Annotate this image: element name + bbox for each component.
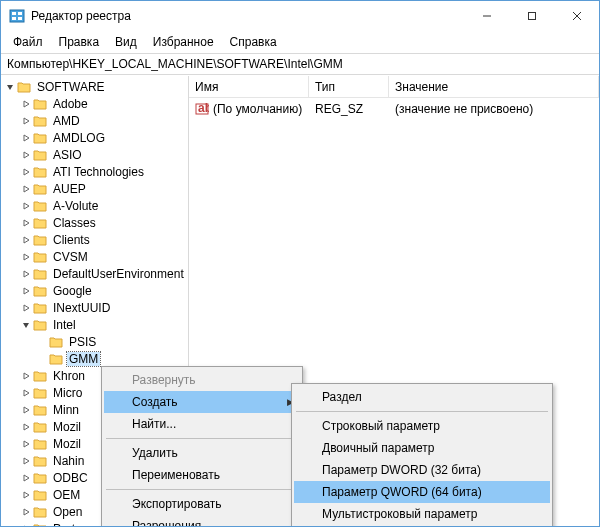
expand-icon[interactable] — [19, 505, 33, 519]
tree-label: GMM — [67, 352, 100, 366]
sub-qword[interactable]: Параметр QWORD (64 бита) — [294, 481, 550, 503]
expand-icon[interactable] — [19, 267, 33, 281]
ctx-create[interactable]: Создать▶ — [104, 391, 300, 413]
tree-item[interactable]: CVSM — [3, 248, 188, 265]
svg-rect-1 — [12, 12, 16, 15]
menu-edit[interactable]: Правка — [51, 33, 108, 51]
sub-multistring[interactable]: Мультистроковый параметр — [294, 503, 550, 525]
expand-icon[interactable] — [19, 165, 33, 179]
folder-icon — [33, 131, 47, 145]
expand-icon[interactable] — [19, 369, 33, 383]
tree-label: A-Volute — [51, 199, 100, 213]
svg-text:ab: ab — [198, 102, 209, 115]
close-button[interactable] — [554, 1, 599, 31]
expand-icon[interactable] — [19, 522, 33, 527]
content-area: SOFTWAREAdobeAMDAMDLOGASIOATI Technologi… — [1, 75, 599, 526]
expand-icon[interactable] — [19, 216, 33, 230]
expand-icon[interactable] — [19, 131, 33, 145]
expand-icon[interactable] — [19, 233, 33, 247]
tree-item[interactable]: Clients — [3, 231, 188, 248]
ctx-permissions[interactable]: Разрешения... — [104, 515, 300, 526]
tree-label: Khron — [51, 369, 87, 383]
col-name[interactable]: Имя — [189, 76, 309, 97]
expand-icon[interactable] — [19, 199, 33, 213]
tree-item[interactable]: DefaultUserEnvironment — [3, 265, 188, 282]
ctx-separator — [106, 438, 298, 439]
titlebar[interactable]: Редактор реестра — [1, 1, 599, 31]
tree-label: DefaultUserEnvironment — [51, 267, 186, 281]
tree-item[interactable]: ASIO — [3, 146, 188, 163]
menu-favorites[interactable]: Избранное — [145, 33, 222, 51]
value-data: (значение не присвоено) — [389, 102, 599, 116]
tree-item[interactable]: ATI Technologies — [3, 163, 188, 180]
svg-rect-4 — [18, 17, 22, 20]
address-bar[interactable] — [1, 53, 599, 75]
folder-icon — [33, 267, 47, 281]
menu-view[interactable]: Вид — [107, 33, 145, 51]
sub-binary[interactable]: Двоичный параметр — [294, 437, 550, 459]
col-value[interactable]: Значение — [389, 76, 599, 97]
tree-item[interactable]: SOFTWARE — [3, 78, 188, 95]
col-type[interactable]: Тип — [309, 76, 389, 97]
sub-dword[interactable]: Параметр DWORD (32 бита) — [294, 459, 550, 481]
svg-rect-6 — [528, 13, 535, 20]
menu-help[interactable]: Справка — [222, 33, 285, 51]
svg-rect-0 — [10, 10, 24, 22]
folder-icon — [33, 233, 47, 247]
expand-icon[interactable] — [19, 182, 33, 196]
expand-icon[interactable] — [19, 301, 33, 315]
tree-item[interactable]: PSIS — [3, 333, 188, 350]
tree-item[interactable]: AMDLOG — [3, 129, 188, 146]
ctx-expand[interactable]: Развернуть — [104, 369, 300, 391]
expand-icon[interactable] — [19, 437, 33, 451]
tree-item[interactable]: GMM — [3, 350, 188, 367]
ctx-delete[interactable]: Удалить — [104, 442, 300, 464]
ctx-find[interactable]: Найти... — [104, 413, 300, 435]
tree-item[interactable]: INextUUID — [3, 299, 188, 316]
expand-icon[interactable] — [19, 488, 33, 502]
expand-icon[interactable] — [19, 454, 33, 468]
tree-item[interactable]: A-Volute — [3, 197, 188, 214]
tree-item[interactable]: AMD — [3, 112, 188, 129]
tree-item[interactable]: Intel — [3, 316, 188, 333]
registry-editor-window: Редактор реестра Файл Правка Вид Избранн… — [0, 0, 600, 527]
expand-icon[interactable] — [19, 250, 33, 264]
tree-item[interactable]: Google — [3, 282, 188, 299]
tree-label: CVSM — [51, 250, 90, 264]
folder-icon — [33, 386, 47, 400]
sub-key[interactable]: Раздел — [294, 386, 550, 408]
expand-icon[interactable] — [19, 386, 33, 400]
ctx-rename[interactable]: Переименовать — [104, 464, 300, 486]
sub-expandstring[interactable]: Расширяемый строковый параметр — [294, 525, 550, 526]
expand-icon[interactable] — [19, 284, 33, 298]
folder-icon — [33, 369, 47, 383]
tree-item[interactable]: Adobe — [3, 95, 188, 112]
expand-icon[interactable] — [19, 148, 33, 162]
expand-icon[interactable] — [19, 420, 33, 434]
menu-file[interactable]: Файл — [5, 33, 51, 51]
folder-icon — [33, 301, 47, 315]
address-input[interactable] — [7, 57, 593, 71]
sub-string[interactable]: Строковый параметр — [294, 415, 550, 437]
expand-icon[interactable] — [19, 114, 33, 128]
tree-label: PSIS — [67, 335, 98, 349]
expand-icon[interactable] — [19, 403, 33, 417]
tree-label: ODBC — [51, 471, 90, 485]
svg-rect-2 — [18, 12, 22, 15]
list-row[interactable]: ab (По умолчанию) REG_SZ (значение не пр… — [189, 100, 599, 118]
maximize-button[interactable] — [509, 1, 554, 31]
tree-label: INextUUID — [51, 301, 112, 315]
collapse-icon[interactable] — [3, 80, 17, 94]
ctx-export[interactable]: Экспортировать — [104, 493, 300, 515]
collapse-icon[interactable] — [19, 318, 33, 332]
minimize-button[interactable] — [464, 1, 509, 31]
folder-icon — [33, 114, 47, 128]
tree-item[interactable]: Classes — [3, 214, 188, 231]
tree-label: Open — [51, 505, 84, 519]
expand-icon[interactable] — [19, 471, 33, 485]
folder-icon — [33, 182, 47, 196]
folder-icon — [33, 522, 47, 527]
expand-icon[interactable] — [19, 97, 33, 111]
folder-icon — [33, 505, 47, 519]
tree-item[interactable]: AUEP — [3, 180, 188, 197]
